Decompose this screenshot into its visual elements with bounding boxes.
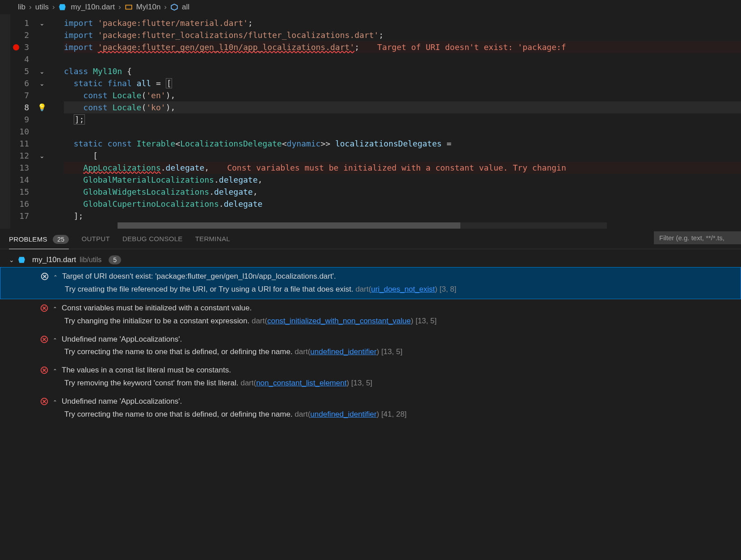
svg-rect-1 xyxy=(126,5,132,9)
editor[interactable]: 1⌄ 2 3 4 5⌄ 6⌄ 7 8💡 9 10 11 12⌄ 13 14 15… xyxy=(0,14,741,229)
problem-message: Target of URI doesn't exist: 'package:fl… xyxy=(62,270,336,283)
problem-location: [3, 8] xyxy=(439,285,456,293)
svg-marker-2 xyxy=(171,4,177,10)
error-icon xyxy=(40,304,48,312)
chevron-down-icon[interactable]: ⌄ xyxy=(39,68,45,75)
chevron-down-icon[interactable]: ⌄ xyxy=(9,256,14,263)
problem-source: dart( xyxy=(252,317,267,325)
code-content[interactable]: import 'package:flutter/material.dart'; … xyxy=(64,14,741,229)
problem-item[interactable]: ⌃Undefined name 'AppLocalizations'.Try c… xyxy=(0,330,741,362)
problem-link[interactable]: const_initialized_with_non_constant_valu… xyxy=(267,317,411,325)
problem-item[interactable]: ⌃The values in a const list literal must… xyxy=(0,361,741,393)
problem-hint: Try creating the file referenced by the … xyxy=(65,285,354,293)
line-number: 4 xyxy=(10,54,37,64)
line-number: 17 xyxy=(10,211,37,221)
problem-link[interactable]: uri_does_not_exist xyxy=(371,285,435,293)
problems-list: ⌄ my_l10n.dart lib/utils 5 ⌃Target of UR… xyxy=(0,249,741,427)
problem-source: dart( xyxy=(295,410,310,418)
lightbulb-icon[interactable]: 💡 xyxy=(38,103,46,112)
filter-input[interactable]: Filter (e.g. text, **/*.ts, xyxy=(654,231,741,244)
problem-file-header[interactable]: ⌄ my_l10n.dart lib/utils 5 xyxy=(0,253,741,267)
problem-message: The values in a const list literal must … xyxy=(62,364,231,377)
line-number: 15 xyxy=(10,187,37,196)
error-icon xyxy=(40,335,48,343)
chevron-up-icon[interactable]: ⌃ xyxy=(53,367,57,376)
line-number: 10 xyxy=(10,127,37,136)
chevron-right-icon: › xyxy=(29,3,32,12)
error-icon xyxy=(40,397,48,405)
problem-item[interactable]: ⌃Target of URI doesn't exist: 'package:f… xyxy=(0,267,741,299)
breadcrumb-seg-file[interactable]: my_l10n.dart xyxy=(71,3,115,12)
breadcrumb: lib › utils › my_l10n.dart › Myl10n › al… xyxy=(0,0,741,14)
line-number: 16 xyxy=(10,199,37,209)
inline-error: Const variables must be initialized with… xyxy=(209,163,566,172)
chevron-right-icon: › xyxy=(118,3,121,12)
chevron-up-icon[interactable]: ⌃ xyxy=(53,273,58,282)
problem-location: [13, 5] xyxy=(416,317,437,325)
problem-item[interactable]: ⌃Undefined name 'AppLocalizations'.Try c… xyxy=(0,393,741,424)
activity-strip xyxy=(0,14,10,229)
breadcrumb-seg-class[interactable]: Myl10n xyxy=(136,3,161,12)
problem-hint: Try removing the keyword 'const' from th… xyxy=(64,379,238,387)
problem-source: dart( xyxy=(240,379,256,387)
problems-count-badge: 25 xyxy=(53,235,69,244)
tab-debug-console[interactable]: DEBUG CONSOLE xyxy=(122,232,183,245)
line-number: 11 xyxy=(10,139,37,148)
problem-source: dart( xyxy=(355,285,371,293)
chevron-down-icon[interactable]: ⌄ xyxy=(39,152,45,159)
problem-item[interactable]: ⌃Const variables must be initialized wit… xyxy=(0,299,741,330)
dart-file-icon xyxy=(18,256,26,264)
problem-message: Const variables must be initialized with… xyxy=(62,302,252,315)
problem-location: [13, 5] xyxy=(381,347,402,356)
breakpoint-icon[interactable] xyxy=(13,44,19,50)
breadcrumb-seg-folder[interactable]: lib xyxy=(18,3,25,12)
dart-file-icon xyxy=(59,3,67,11)
chevron-up-icon[interactable]: ⌃ xyxy=(53,398,57,407)
problem-hint: Try correcting the name to one that is d… xyxy=(64,347,293,356)
problem-message: Undefined name 'AppLocalizations'. xyxy=(62,333,182,346)
chevron-up-icon[interactable]: ⌃ xyxy=(53,336,57,345)
line-number: 12 xyxy=(10,151,37,160)
inline-error: Target of URI doesn't exist: 'package:f xyxy=(359,42,566,52)
line-number: 8 xyxy=(10,103,37,112)
svg-marker-3 xyxy=(18,257,25,263)
panel-tabs: PROBLEMS 25 OUTPUT DEBUG CONSOLE TERMINA… xyxy=(0,229,741,249)
line-number: 2 xyxy=(10,30,37,40)
problem-location: [41, 28] xyxy=(381,410,407,418)
line-number: 13 xyxy=(10,163,37,172)
problem-link[interactable]: undefined_identifier xyxy=(310,347,376,356)
error-icon xyxy=(41,272,49,280)
problem-hint: Try changing the initializer to be a con… xyxy=(64,317,249,325)
line-number: 7 xyxy=(10,91,37,100)
tab-output[interactable]: OUTPUT xyxy=(81,232,109,245)
error-icon xyxy=(40,366,48,374)
horizontal-scrollbar[interactable] xyxy=(118,222,607,229)
line-number: 1 xyxy=(10,18,37,28)
problem-link[interactable]: undefined_identifier xyxy=(310,410,376,418)
chevron-right-icon: › xyxy=(52,3,55,12)
breadcrumb-seg-field[interactable]: all xyxy=(182,3,189,12)
line-number: 9 xyxy=(10,115,37,124)
problem-message: Undefined name 'AppLocalizations'. xyxy=(62,395,182,408)
class-symbol-icon xyxy=(125,3,133,11)
gutter: 1⌄ 2 3 4 5⌄ 6⌄ 7 8💡 9 10 11 12⌄ 13 14 15… xyxy=(10,14,64,229)
file-problems-count-badge: 5 xyxy=(109,255,121,264)
problem-location: [13, 5] xyxy=(351,379,372,387)
line-number: 3 xyxy=(19,42,37,52)
tab-terminal[interactable]: TERMINAL xyxy=(195,232,230,245)
line-number: 5 xyxy=(10,67,37,76)
chevron-down-icon[interactable]: ⌄ xyxy=(39,20,45,27)
tab-problems[interactable]: PROBLEMS 25 xyxy=(9,233,69,249)
field-symbol-icon xyxy=(170,3,178,11)
problem-link[interactable]: non_constant_list_element xyxy=(256,379,346,387)
line-number: 6 xyxy=(10,79,37,88)
chevron-right-icon: › xyxy=(164,3,167,12)
problem-hint: Try correcting the name to one that is d… xyxy=(64,410,293,418)
chevron-up-icon[interactable]: ⌃ xyxy=(53,305,57,313)
problem-source: dart( xyxy=(295,347,310,356)
svg-marker-0 xyxy=(59,4,66,10)
line-number: 14 xyxy=(10,175,37,184)
chevron-down-icon[interactable]: ⌄ xyxy=(39,80,45,87)
breadcrumb-seg-folder[interactable]: utils xyxy=(35,3,49,12)
